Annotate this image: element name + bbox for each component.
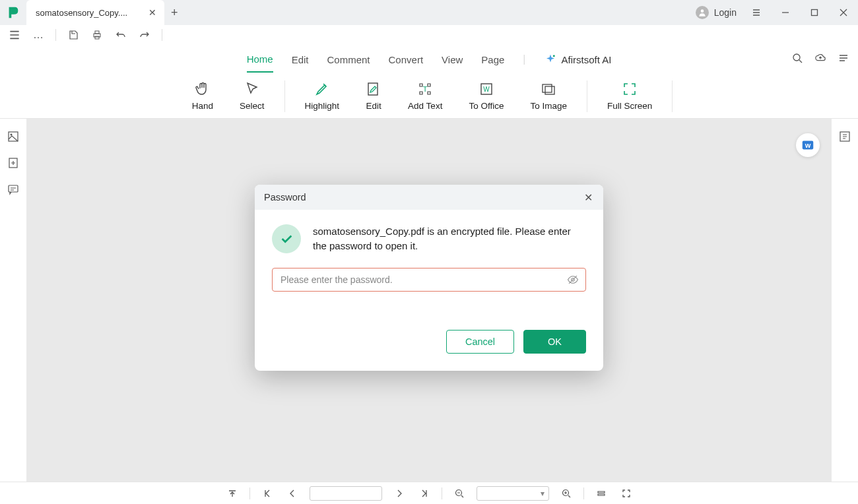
sparkle-icon [544, 53, 556, 65]
check-icon [272, 224, 301, 253]
fit-width-icon[interactable] [593, 486, 609, 501]
page-number-input[interactable] [310, 486, 382, 501]
svg-text:T: T [423, 85, 428, 93]
svg-text:W: W [483, 86, 490, 93]
menu-home[interactable]: Home [247, 47, 273, 73]
zoom-select[interactable]: ▾ [477, 486, 549, 501]
document-canvas: W Password ✕ somatosensory_Copy.pdf is a… [26, 119, 832, 482]
tool-highlight-label: Highlight [305, 101, 340, 111]
tool-add-text-label: Add Text [408, 101, 442, 111]
save-icon[interactable] [64, 26, 82, 44]
menu-view[interactable]: View [442, 47, 463, 72]
cloud-icon[interactable] [814, 52, 826, 67]
prev-page-icon[interactable] [284, 486, 300, 501]
tool-select[interactable]: Select [233, 81, 271, 111]
fullscreen-status-icon[interactable] [618, 486, 634, 501]
svg-point-0 [700, 9, 704, 13]
search-icon[interactable] [792, 53, 803, 66]
tool-full-screen[interactable]: Full Screen [601, 81, 659, 111]
to-office-icon: W [478, 81, 494, 97]
tool-to-office[interactable]: W To Office [462, 81, 510, 111]
toggle-visibility-icon[interactable] [566, 273, 579, 286]
tab-close-icon[interactable]: ✕ [147, 7, 158, 18]
tool-to-image[interactable]: To Image [523, 81, 574, 111]
dialog-title: Password [264, 192, 306, 203]
svg-rect-3 [95, 31, 99, 34]
panel-toggle-icon[interactable] [838, 53, 849, 66]
password-dialog: Password ✕ somatosensory_Copy.pdf is an … [255, 185, 603, 371]
cancel-label: Cancel [465, 336, 495, 347]
comment-panel-icon[interactable] [6, 182, 20, 197]
dialog-close-icon[interactable]: ✕ [582, 191, 594, 203]
app-logo [0, 0, 26, 25]
hamburger-icon[interactable] [5, 26, 24, 44]
first-page-icon[interactable] [259, 486, 275, 501]
login-label: Login [714, 7, 737, 18]
tool-hand-label: Hand [192, 101, 213, 111]
zoom-out-icon[interactable] [451, 486, 467, 501]
redo-icon[interactable] [135, 26, 154, 44]
tool-highlight[interactable]: Highlight [298, 81, 346, 111]
hand-icon [195, 81, 211, 97]
ok-label: OK [548, 336, 562, 347]
highlight-icon [314, 81, 330, 97]
menu-convert[interactable]: Convert [389, 47, 424, 72]
bookmark-icon[interactable] [6, 156, 20, 170]
svg-rect-7 [368, 83, 378, 95]
svg-rect-1 [812, 10, 818, 16]
minimize-button[interactable] [771, 0, 800, 25]
tab-title: somatosensory_Copy.... [36, 8, 127, 18]
menu-page[interactable]: Page [481, 47, 504, 72]
edit-page-icon [366, 81, 381, 97]
new-tab-button[interactable]: + [164, 0, 184, 25]
cancel-button[interactable]: Cancel [446, 330, 514, 354]
ok-button[interactable]: OK [523, 330, 586, 354]
svg-rect-16 [9, 185, 18, 192]
to-image-icon [541, 81, 556, 97]
last-page-icon[interactable] [416, 486, 432, 501]
avatar-icon [696, 6, 709, 19]
svg-rect-11 [543, 84, 552, 92]
next-page-icon[interactable] [391, 486, 407, 501]
right-panel-icon[interactable] [838, 129, 852, 144]
hamburger-menu-icon[interactable] [742, 0, 771, 25]
menu-edit[interactable]: Edit [292, 47, 309, 72]
svg-point-5 [552, 55, 554, 57]
tool-select-label: Select [240, 101, 265, 111]
svg-point-6 [793, 54, 800, 61]
add-text-icon: T [417, 81, 433, 97]
cursor-icon [244, 81, 260, 97]
tool-to-image-label: To Image [530, 101, 567, 111]
undo-icon[interactable] [112, 26, 130, 44]
zoom-in-icon[interactable] [558, 486, 574, 501]
thumbnail-icon[interactable] [6, 129, 20, 144]
ai-label: Afirstsoft AI [562, 54, 612, 65]
password-input[interactable] [272, 268, 586, 292]
document-tab[interactable]: somatosensory_Copy.... ✕ [26, 0, 164, 25]
svg-point-14 [11, 134, 13, 136]
tool-full-screen-label: Full Screen [607, 101, 652, 111]
tool-edit[interactable]: Edit [359, 81, 388, 111]
dialog-message: somatosensory_Copy.pdf is an encrypted f… [313, 224, 586, 253]
print-icon[interactable] [88, 26, 106, 44]
login-button[interactable]: Login [696, 6, 742, 19]
fullscreen-icon [622, 81, 638, 97]
tool-hand[interactable]: Hand [185, 81, 220, 111]
ai-button[interactable]: Afirstsoft AI [544, 53, 612, 65]
tool-add-text[interactable]: T Add Text [401, 81, 449, 111]
menu-comment[interactable]: Comment [327, 47, 370, 72]
tool-edit-label: Edit [366, 101, 381, 111]
svg-rect-12 [545, 86, 554, 94]
tool-to-office-label: To Office [469, 101, 504, 111]
scroll-top-icon[interactable] [224, 486, 240, 501]
maximize-button[interactable] [800, 0, 829, 25]
close-window-button[interactable] [829, 0, 858, 25]
more-icon[interactable]: … [29, 26, 48, 44]
